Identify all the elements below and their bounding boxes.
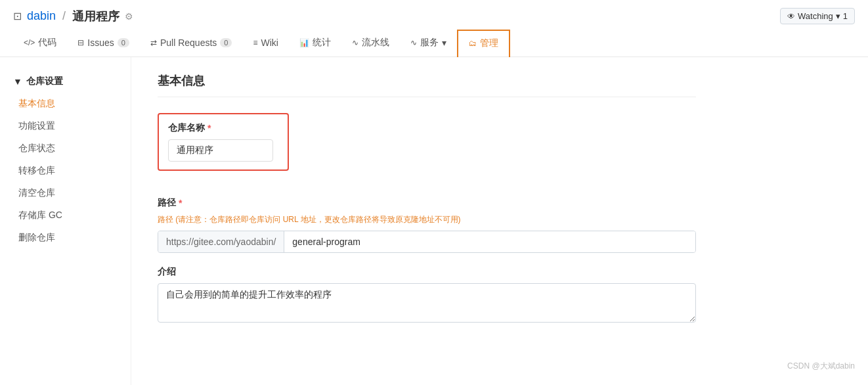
sidebar-section-label: 仓库设置 — [26, 76, 63, 87]
path-required: * — [179, 198, 182, 208]
tab-code[interactable]: </> 代码 — [13, 30, 67, 57]
path-suffix-input[interactable] — [284, 231, 695, 252]
tab-wiki[interactable]: ≡ Wiki — [242, 31, 288, 56]
intro-textarea[interactable]: 自己会用到的简单的提升工作效率的程序 — [158, 283, 696, 323]
tab-services[interactable]: ∿ 服务 ▾ — [400, 30, 457, 57]
repo-header: ⊡ dabin / 通用程序 ⚙ 👁 Watching ▾ 1 — [13, 0, 855, 30]
tab-pipeline[interactable]: ∿ 流水线 — [341, 30, 400, 57]
tab-issues-label: Issues — [87, 37, 114, 48]
tab-issues[interactable]: ⊟ Issues 0 — [67, 31, 140, 56]
repo-name-label: 仓库名称 * — [168, 122, 278, 134]
pr-badge: 0 — [220, 38, 232, 47]
tab-manage-label: 管理 — [480, 37, 498, 49]
tab-services-label: 服务 — [420, 37, 439, 49]
repo-name-required: * — [207, 123, 211, 133]
watching-button[interactable]: 👁 Watching ▾ 1 — [780, 8, 855, 24]
intro-label: 介绍 — [158, 266, 696, 278]
repo-name-title: 通用程序 — [72, 9, 119, 24]
sidebar: ▼ 仓库设置 基本信息 功能设置 仓库状态 转移仓库 清空仓库 存储库 GC 删… — [0, 57, 131, 385]
tab-stats[interactable]: 📊 统计 — [289, 30, 341, 57]
watermark: CSDN @大斌dabin — [787, 361, 855, 372]
services-dropdown-icon: ▾ — [442, 37, 446, 48]
pr-icon: ⇄ — [150, 38, 157, 47]
sidebar-item-clear-repo-label: 清空仓库 — [18, 187, 55, 198]
services-icon: ∿ — [410, 38, 417, 47]
stats-icon: 📊 — [299, 38, 309, 47]
sidebar-item-transfer-repo[interactable]: 转移仓库 — [0, 160, 131, 182]
sidebar-item-feature-settings-label: 功能设置 — [18, 120, 55, 131]
settings-icon[interactable]: ⚙ — [125, 11, 133, 22]
watching-count: 1 — [843, 11, 848, 21]
sidebar-item-repo-status[interactable]: 仓库状态 — [0, 137, 131, 160]
repo-separator: / — [62, 9, 66, 23]
repo-owner-link[interactable]: dabin — [27, 9, 56, 23]
nav-tabs: </> 代码 ⊟ Issues 0 ⇄ Pull Requests 0 ≡ Wi… — [13, 30, 855, 57]
repo-title: ⊡ dabin / 通用程序 ⚙ — [13, 9, 133, 24]
tab-stats-label: 统计 — [313, 37, 331, 49]
sidebar-item-basic-info-label: 基本信息 — [18, 98, 55, 108]
path-input-group: https://gitee.com/yaodabin/ — [158, 231, 696, 253]
tab-pipeline-label: 流水线 — [362, 37, 389, 49]
tab-code-label: 代码 — [38, 37, 56, 49]
wiki-icon: ≡ — [253, 38, 257, 47]
issues-badge: 0 — [118, 38, 129, 47]
tab-pr-label: Pull Requests — [160, 37, 217, 48]
intro-group: 介绍 自己会用到的简单的提升工作效率的程序 — [158, 266, 696, 325]
header-right: 👁 Watching ▾ 1 — [780, 8, 855, 24]
repo-name-group: 仓库名称 * — [158, 113, 289, 171]
sidebar-arrow-icon: ▼ — [13, 76, 22, 87]
content-section-title: 基本信息 — [158, 73, 696, 97]
sidebar-item-storage-gc[interactable]: 存储库 GC — [0, 204, 131, 227]
path-label: 路径 * — [158, 197, 696, 209]
tab-manage[interactable]: 🗂 管理 — [457, 30, 510, 57]
sidebar-item-repo-status-label: 仓库状态 — [18, 143, 55, 153]
sidebar-item-delete-repo-label: 删除仓库 — [18, 232, 55, 242]
tab-wiki-label: Wiki — [261, 37, 278, 48]
main-content: 基本信息 仓库名称 * 路径 * 路径 (请注意：仓库路径即仓库访问 URL 地… — [131, 57, 722, 385]
sidebar-item-storage-gc-label: 存储库 GC — [18, 210, 62, 220]
path-group: 路径 * 路径 (请注意：仓库路径即仓库访问 URL 地址，更改仓库路径将导致原… — [158, 197, 696, 253]
chevron-down-icon: ▾ — [836, 11, 840, 21]
code-icon: </> — [24, 38, 35, 47]
path-prefix: https://gitee.com/yaodabin/ — [158, 231, 284, 252]
sidebar-item-basic-info[interactable]: 基本信息 — [0, 93, 131, 115]
main-layout: ▼ 仓库设置 基本信息 功能设置 仓库状态 转移仓库 清空仓库 存储库 GC 删… — [0, 57, 868, 385]
repo-icon: ⊡ — [13, 10, 22, 22]
pipeline-icon: ∿ — [352, 38, 358, 47]
sidebar-item-clear-repo[interactable]: 清空仓库 — [0, 182, 131, 204]
eye-icon: 👁 — [787, 12, 795, 21]
repo-name-input[interactable] — [168, 139, 273, 162]
top-bar: ⊡ dabin / 通用程序 ⚙ 👁 Watching ▾ 1 </> 代码 ⊟… — [0, 0, 868, 57]
tab-pull-requests[interactable]: ⇄ Pull Requests 0 — [140, 31, 243, 56]
path-hint: 路径 (请注意：仓库路径即仓库访问 URL 地址，更改仓库路径将导致原克隆地址不… — [158, 214, 696, 225]
issues-icon: ⊟ — [77, 38, 84, 47]
sidebar-section-title: ▼ 仓库设置 — [0, 70, 131, 93]
sidebar-item-transfer-repo-label: 转移仓库 — [18, 165, 55, 175]
sidebar-item-feature-settings[interactable]: 功能设置 — [0, 115, 131, 137]
watching-label: Watching — [798, 11, 833, 21]
sidebar-item-delete-repo[interactable]: 删除仓库 — [0, 227, 131, 249]
manage-icon: 🗂 — [469, 39, 477, 48]
